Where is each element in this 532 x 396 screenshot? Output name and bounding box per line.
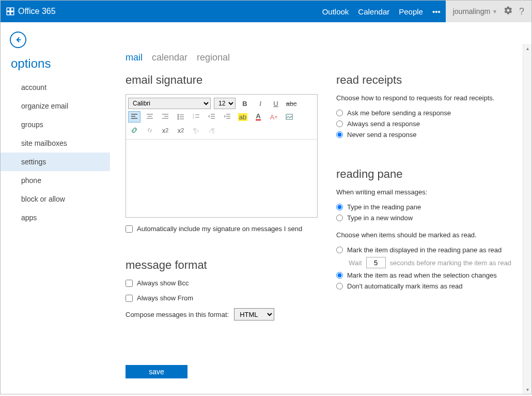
rtl-icon[interactable]: ‹¶ (206, 125, 218, 136)
topbar: Office 365 Outlook Calendar People ••• j… (1, 1, 531, 22)
sidebar-item-settings[interactable]: settings (1, 153, 110, 171)
signature-textarea[interactable] (126, 140, 317, 217)
rp-mark-displayed-label: Mark the item displayed in the reading p… (347, 246, 502, 254)
sidebar: options account organize email groups si… (1, 22, 110, 394)
rp-type-newwindow-row[interactable]: Type in a new window (336, 214, 521, 222)
rp-dont-mark-row[interactable]: Don't automatically mark items as read (336, 282, 521, 290)
unlink-icon[interactable] (144, 125, 156, 136)
link-icon[interactable] (128, 125, 140, 136)
svg-text:2: 2 (193, 116, 194, 119)
highlight-icon[interactable]: ab (237, 111, 249, 123)
sidebar-item-apps[interactable]: apps (1, 208, 110, 227)
sidebar-item-groups[interactable]: groups (1, 115, 110, 134)
bullet-list-icon[interactable] (175, 111, 187, 123)
font-select[interactable]: Calibri (128, 98, 211, 109)
rp-mark-selection-row[interactable]: Mark the item as read when the selection… (336, 271, 521, 279)
rp-mark-selection-radio[interactable] (336, 272, 343, 279)
rp-type-newwindow-label: Type in a new window (347, 214, 413, 222)
insert-image-icon[interactable] (283, 111, 295, 123)
save-button[interactable]: save (126, 365, 187, 378)
email-signature-heading: email signature (126, 73, 310, 87)
always-show-from-row[interactable]: Always show From (126, 294, 310, 302)
scroll-up-icon[interactable]: ▴ (523, 44, 531, 53)
rr-always-row[interactable]: Always send a response (336, 120, 521, 128)
rp-dont-mark-radio[interactable] (336, 283, 343, 290)
signature-editor: Calibri 12 B I U abc (126, 94, 318, 218)
underline-icon[interactable]: U (270, 98, 282, 109)
tab-regional[interactable]: regional (197, 52, 230, 63)
vertical-scrollbar[interactable]: ▴ ▾ (523, 44, 531, 394)
rr-always-radio[interactable] (336, 120, 343, 127)
compose-format-select[interactable]: HTML (234, 308, 274, 321)
subscript-icon[interactable]: x2 (175, 125, 187, 136)
auto-include-label: Automatically include my signature on me… (137, 225, 302, 233)
svg-point-15 (178, 118, 179, 119)
reading-pane-heading: reading pane (336, 167, 521, 181)
tab-mail[interactable]: mail (126, 52, 143, 63)
col-left: email signature Calibri 12 B (126, 73, 310, 321)
nav-more-icon[interactable]: ••• (432, 7, 441, 16)
always-show-bcc-label: Always show Bcc (137, 279, 189, 287)
nav-outlook[interactable]: Outlook (322, 7, 349, 16)
rr-ask-row[interactable]: Ask me before sending a response (336, 109, 521, 117)
strikethrough-icon[interactable]: abc (285, 98, 298, 109)
back-button[interactable] (10, 32, 26, 48)
message-format-heading: message format (126, 258, 310, 272)
italic-icon[interactable]: I (254, 98, 267, 109)
font-color-icon[interactable]: A (252, 111, 264, 123)
scroll-down-icon[interactable]: ▾ (523, 385, 531, 394)
sidebar-item-phone[interactable]: phone (1, 171, 110, 190)
clear-format-icon[interactable]: A× (268, 111, 280, 123)
svg-rect-0 (7, 8, 10, 11)
rp-wait-label2: seconds before marking the item as read (390, 259, 512, 267)
number-list-icon[interactable]: 12 (190, 111, 202, 123)
sidebar-item-organize-email[interactable]: organize email (1, 97, 110, 115)
nav-people[interactable]: People (399, 7, 423, 16)
help-icon[interactable]: ? (519, 6, 524, 17)
reading-pane-desc1: When writing email messages: (336, 188, 521, 196)
indent-icon[interactable] (221, 111, 233, 123)
gear-icon[interactable] (504, 6, 513, 18)
auto-include-checkbox[interactable] (126, 225, 133, 233)
nav-calendar[interactable]: Calendar (358, 7, 389, 16)
always-show-from-checkbox[interactable] (126, 295, 133, 302)
ltr-icon[interactable]: ¶› (190, 125, 202, 136)
superscript-icon[interactable]: x2 (159, 125, 171, 136)
rr-never-radio[interactable] (336, 131, 343, 138)
editor-toolbar: Calibri 12 B I U abc (126, 95, 317, 140)
rp-mark-displayed-row[interactable]: Mark the item displayed in the reading p… (336, 246, 521, 254)
tab-calendar[interactable]: calendar (152, 52, 187, 63)
caret-down-icon: ▼ (492, 9, 497, 14)
read-receipts-desc: Choose how to respond to requests for re… (336, 94, 521, 102)
outdent-icon[interactable] (206, 111, 218, 123)
compose-format-label: Compose messages in this format: (126, 311, 229, 318)
options-title: options (11, 56, 110, 71)
reading-pane-desc2: Choose when items should be marked as re… (336, 231, 521, 239)
auto-include-checkbox-row[interactable]: Automatically include my signature on me… (126, 225, 310, 233)
rp-wait-input[interactable] (366, 257, 386, 268)
size-select[interactable]: 12 (214, 98, 236, 109)
rr-never-row[interactable]: Never send a response (336, 131, 521, 139)
always-show-bcc-row[interactable]: Always show Bcc (126, 279, 310, 287)
sidebar-item-site-mailboxes[interactable]: site mailboxes (1, 134, 110, 153)
svg-point-14 (178, 116, 179, 117)
brand: Office 365 (1, 7, 56, 16)
brand-text: Office 365 (18, 7, 56, 16)
rp-type-readingpane-radio[interactable] (336, 204, 343, 210)
align-left-icon[interactable] (128, 111, 140, 123)
top-nav: Outlook Calendar People ••• (322, 7, 446, 16)
align-center-icon[interactable] (144, 111, 156, 123)
svg-rect-1 (11, 8, 14, 11)
rp-mark-displayed-radio[interactable] (336, 247, 343, 253)
sidebar-item-account[interactable]: account (1, 78, 110, 97)
user-menu[interactable]: journalingm ▼ (453, 7, 497, 16)
tabs: mail calendar regional (126, 52, 521, 63)
align-right-icon[interactable] (159, 111, 171, 123)
bold-icon[interactable]: B (239, 98, 251, 109)
rr-ask-radio[interactable] (336, 110, 343, 116)
always-show-bcc-checkbox[interactable] (126, 280, 133, 287)
rp-type-newwindow-radio[interactable] (336, 215, 343, 221)
rp-type-readingpane-row[interactable]: Type in the reading pane (336, 203, 521, 211)
svg-rect-2 (7, 12, 10, 15)
sidebar-item-block-or-allow[interactable]: block or allow (1, 190, 110, 208)
